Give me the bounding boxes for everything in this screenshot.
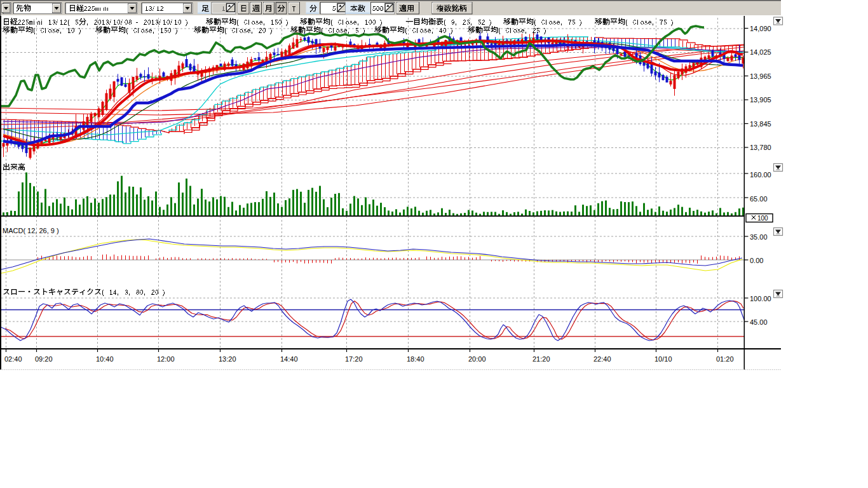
- svg-text:09:20: 09:20: [35, 355, 53, 363]
- svg-text:100: 100: [757, 215, 768, 222]
- svg-text:01:20: 01:20: [716, 355, 734, 363]
- svg-text:35.00: 35.00: [750, 233, 768, 241]
- svg-text:14,090: 14,090: [750, 25, 771, 32]
- svg-text:18:40: 18:40: [407, 355, 424, 363]
- svg-text:13:20: 13:20: [219, 355, 236, 363]
- svg-text:160.00: 160.00: [750, 171, 771, 179]
- svg-text:02:40: 02:40: [4, 355, 22, 363]
- svg-text:14:40: 14:40: [280, 355, 298, 363]
- svg-text:17:20: 17:20: [345, 355, 363, 363]
- svg-text:13,965: 13,965: [750, 72, 771, 80]
- svg-text:13,845: 13,845: [750, 120, 771, 128]
- svg-text:13,905: 13,905: [750, 96, 771, 104]
- svg-text:12:00: 12:00: [157, 355, 175, 363]
- svg-text:20:00: 20:00: [468, 355, 486, 363]
- svg-text:10:40: 10:40: [96, 355, 114, 363]
- svg-text:100.00: 100.00: [750, 295, 771, 302]
- svg-text:22:40: 22:40: [593, 355, 611, 363]
- svg-text:0.00: 0.00: [750, 257, 763, 264]
- svg-text:45.00: 45.00: [750, 318, 768, 326]
- svg-text:MACD( 12, 26, 9 ): MACD( 12, 26, 9 ): [3, 227, 59, 234]
- svg-text:21:20: 21:20: [532, 355, 550, 363]
- svg-text:13,780: 13,780: [750, 144, 771, 151]
- svg-text:65.00: 65.00: [750, 195, 768, 203]
- svg-text:10/10: 10/10: [654, 355, 672, 363]
- svg-text:14,025: 14,025: [750, 48, 771, 56]
